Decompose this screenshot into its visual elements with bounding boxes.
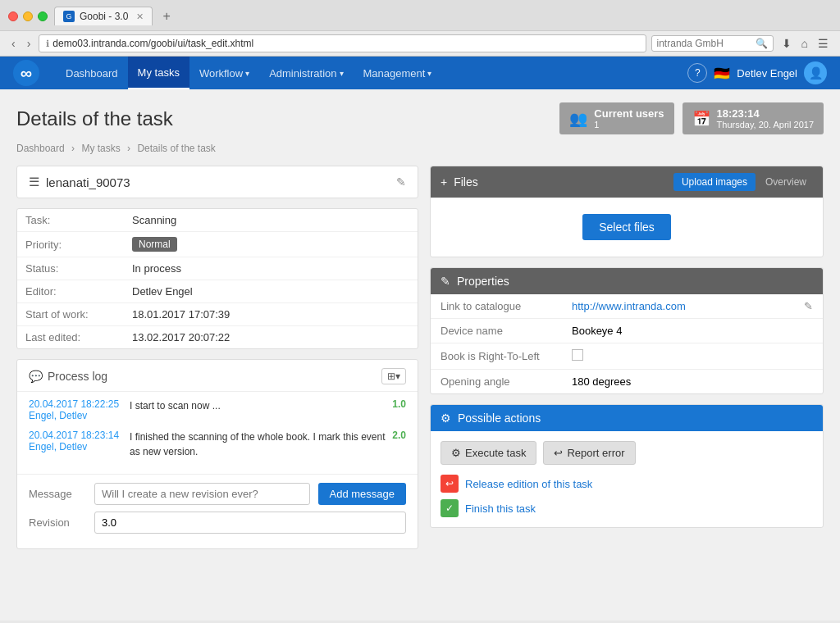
table-row: Task: Scanning — [17, 209, 418, 232]
management-arrow-icon: ▾ — [427, 69, 431, 78]
task-edit-button[interactable]: ✎ — [396, 175, 406, 189]
overview-button[interactable]: Overview — [759, 173, 813, 191]
log-entries: 20.04.2017 18:22:25 Engel, Detlev I star… — [17, 392, 418, 474]
breadcrumb-dashboard[interactable]: Dashboard — [16, 143, 65, 154]
search-icon: 🔍 — [756, 38, 768, 49]
home-icon[interactable]: ⌂ — [798, 35, 811, 52]
datetime-widget: 📅 18:23:14 Thursday, 20. April 2017 — [682, 102, 824, 134]
properties-label: Properties — [457, 275, 509, 288]
nav-item-dashboard[interactable]: Dashboard — [56, 57, 128, 89]
finish-task-item[interactable]: ✓ Finish this task — [441, 499, 813, 517]
finish-icon: ✓ — [441, 499, 459, 517]
catalogue-edit-button[interactable]: ✎ — [804, 300, 813, 312]
list-item: 20.04.2017 18:23:14 Engel, Detlev I fini… — [29, 430, 406, 459]
table-row: Device name Bookeye 4 — [431, 319, 823, 343]
current-users-widget: 👥 Current users 1 — [559, 102, 673, 134]
report-error-button[interactable]: ↩ Report error — [543, 441, 635, 465]
prop-label-catalogue: Link to catalogue — [431, 294, 562, 319]
forward-button[interactable]: › — [24, 35, 34, 52]
prop-label-rtl: Book is Right-To-Left — [431, 343, 562, 370]
files-label: Files — [454, 175, 478, 189]
properties-edit-icon: ✎ — [441, 275, 450, 288]
download-icon[interactable]: ⬇ — [778, 35, 795, 52]
actions-gear-icon: ⚙ — [441, 412, 451, 425]
log-author: Engel, Detlev — [29, 441, 123, 452]
log-version: 1.0 — [392, 398, 406, 421]
execute-task-label: Execute task — [465, 447, 526, 459]
priority-badge: Normal — [132, 237, 177, 252]
files-body: Select files — [431, 198, 823, 257]
files-title: + Files — [441, 175, 478, 189]
search-bar[interactable]: 🔍 — [651, 35, 774, 52]
prop-value-angle: 180 degrees — [562, 370, 794, 394]
browser-chrome: G Goobi - 3.0 ✕ + ‹ › ℹ demo03.intranda.… — [0, 0, 840, 57]
prop-value-device: Bookeye 4 — [562, 319, 794, 343]
upload-images-button[interactable]: Upload images — [673, 173, 756, 191]
address-bar[interactable]: ℹ demo03.intranda.com/goobi/ui/task_edit… — [39, 34, 646, 52]
prop-label-angle: Opening angle — [431, 370, 562, 394]
add-message-button[interactable]: Add message — [318, 483, 407, 505]
workflow-arrow-icon: ▾ — [245, 69, 249, 78]
table-row: Start of work: 18.01.2017 17:07:39 — [17, 303, 418, 326]
browser-tab[interactable]: G Goobi - 3.0 ✕ — [54, 7, 153, 25]
maximize-window-button[interactable] — [38, 11, 48, 21]
nav-item-mytasks[interactable]: My tasks — [128, 57, 189, 89]
properties-title: ✎ Properties — [441, 275, 509, 288]
rtl-checkbox[interactable] — [572, 349, 583, 361]
task-info-table: Task: Scanning Priority: Normal Status: … — [17, 209, 418, 348]
field-value-priority: Normal — [124, 232, 418, 257]
revision-input[interactable] — [94, 512, 406, 534]
minimize-window-button[interactable] — [23, 11, 33, 21]
properties-table: Link to catalogue http://www.intranda.co… — [431, 294, 823, 393]
action-links: ↩ Release edition of this task ✓ Finish … — [441, 475, 813, 517]
language-flag[interactable]: 🇩🇪 — [714, 66, 730, 81]
message-input[interactable] — [94, 483, 310, 505]
table-row: Status: In process — [17, 257, 418, 280]
log-datetime: 20.04.2017 18:23:14 — [29, 430, 123, 441]
top-nav: ∞ Dashboard My tasks Workflow ▾ Administ… — [0, 57, 840, 89]
browser-toolbar: ‹ › ℹ demo03.intranda.com/goobi/ui/task_… — [0, 30, 840, 56]
report-error-label: Report error — [567, 447, 624, 459]
select-files-button[interactable]: Select files — [582, 214, 671, 240]
field-value-start: 18.01.2017 17:07:39 — [124, 303, 418, 326]
back-button[interactable]: ‹ — [8, 35, 19, 52]
nav-item-workflow[interactable]: Workflow ▾ — [189, 57, 259, 89]
list-item: 20.04.2017 18:22:25 Engel, Detlev I star… — [29, 398, 406, 421]
field-value-editor: Detlev Engel — [124, 280, 418, 303]
task-list-icon: ☰ — [29, 175, 39, 189]
finish-task-link[interactable]: Finish this task — [465, 502, 536, 515]
close-window-button[interactable] — [8, 11, 18, 21]
field-label-status: Status: — [17, 257, 124, 280]
release-icon: ↩ — [441, 475, 459, 493]
page-title: Details of the task — [16, 107, 173, 130]
prop-value-rtl — [562, 343, 794, 370]
traffic-lights — [8, 11, 48, 21]
release-edition-item[interactable]: ↩ Release edition of this task — [441, 475, 813, 493]
catalogue-link[interactable]: http://www.intranda.com — [572, 300, 686, 312]
process-log-header: 💬 Process log ⊞▾ — [17, 360, 418, 392]
user-avatar[interactable]: 👤 — [804, 61, 827, 84]
release-edition-link[interactable]: Release edition of this task — [465, 478, 592, 490]
execute-task-button[interactable]: ⚙ Execute task — [441, 441, 536, 465]
page-header: Details of the task 👥 Current users 1 📅 … — [16, 102, 824, 134]
help-button[interactable]: ? — [687, 63, 707, 83]
tab-close-button[interactable]: ✕ — [136, 11, 144, 22]
table-row: Editor: Detlev Engel — [17, 280, 418, 303]
new-tab-button[interactable]: + — [159, 9, 173, 24]
toolbar-icons: ⬇ ⌂ ☰ — [778, 35, 832, 52]
widget-time: 18:23:14 — [717, 107, 814, 120]
menu-icon[interactable]: ☰ — [815, 35, 832, 52]
header-widgets: 👥 Current users 1 📅 18:23:14 Thursday, 2… — [559, 102, 824, 134]
right-column: + Files Upload images Overview Select fi… — [430, 166, 824, 549]
field-label-editor: Editor: — [17, 280, 124, 303]
log-view-toggle[interactable]: ⊞▾ — [381, 368, 406, 384]
main-layout: ☰ lenanati_90073 ✎ Task: Scanning Priori… — [16, 166, 824, 549]
tab-favicon: G — [63, 11, 75, 22]
log-entry-meta: 20.04.2017 18:23:14 Engel, Detlev — [29, 430, 123, 459]
breadcrumb-mytasks[interactable]: My tasks — [81, 143, 120, 154]
search-input[interactable] — [657, 38, 756, 49]
task-title: ☰ lenanati_90073 — [29, 175, 130, 189]
nav-item-administration[interactable]: Administration ▾ — [259, 57, 353, 89]
nav-item-management[interactable]: Management ▾ — [354, 57, 442, 89]
table-row: Link to catalogue http://www.intranda.co… — [431, 294, 823, 319]
